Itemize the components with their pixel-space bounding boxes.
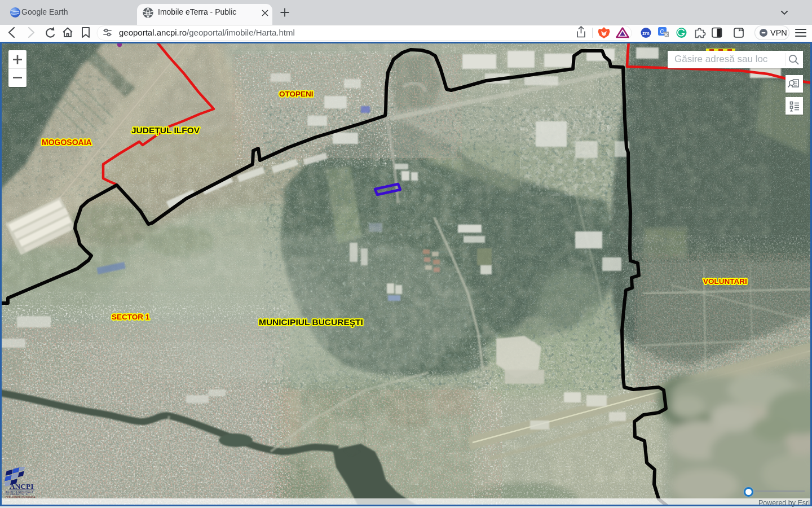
svg-text:zm: zm [642,30,650,36]
svg-text:VPN: VPN [770,28,787,37]
svg-text:JUDEȚUL ILFOV: JUDEȚUL ILFOV [131,125,200,135]
svg-text:MOGOSOAIA: MOGOSOAIA [42,138,92,147]
svg-text:MUNICIPIUL BUCUREŞTI: MUNICIPIUL BUCUREŞTI [259,317,363,327]
svg-text:OTOPENI: OTOPENI [279,90,314,98]
svg-text:ANCPI: ANCPI [10,483,34,491]
svg-text:SECTOR 1: SECTOR 1 [112,313,150,321]
svg-text:VOLUNTARI: VOLUNTARI [703,277,747,286]
svg-text:geoportal.ancpi.ro/geoportal/i: geoportal.ancpi.ro/geoportal/imobile/Har… [119,28,295,37]
